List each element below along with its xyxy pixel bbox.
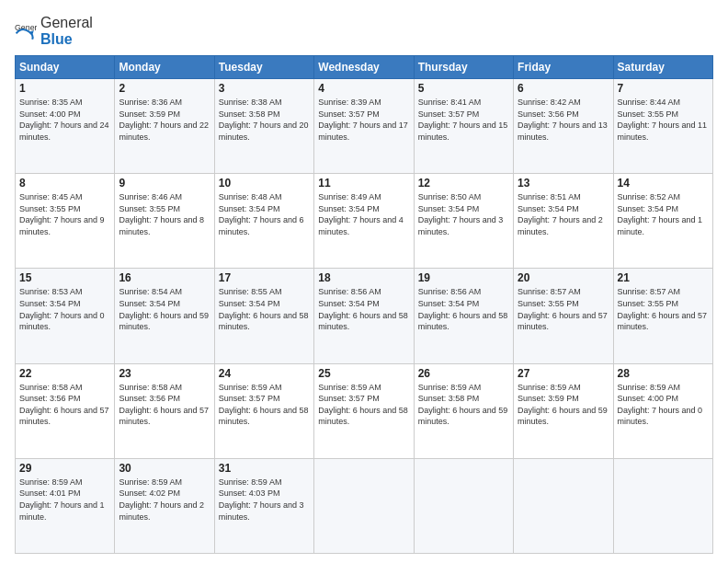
calendar-cell: 22Sunrise: 8:58 AMSunset: 3:56 PMDayligh… bbox=[16, 363, 115, 458]
calendar-cell bbox=[613, 458, 712, 553]
day-number: 1 bbox=[19, 82, 110, 95]
day-number: 25 bbox=[318, 367, 409, 380]
day-info: Sunrise: 8:57 AMSunset: 3:55 PMDaylight:… bbox=[618, 287, 708, 331]
logo-general: General bbox=[40, 15, 93, 30]
day-number: 30 bbox=[119, 462, 210, 475]
logo-icon: General bbox=[15, 20, 37, 42]
day-number: 29 bbox=[19, 462, 110, 475]
day-info: Sunrise: 8:58 AMSunset: 3:56 PMDaylight:… bbox=[119, 383, 209, 427]
calendar-cell: 3Sunrise: 8:38 AMSunset: 3:58 PMDaylight… bbox=[214, 79, 313, 174]
day-number: 19 bbox=[418, 271, 509, 284]
calendar-cell: 14Sunrise: 8:52 AMSunset: 3:54 PMDayligh… bbox=[613, 174, 712, 269]
column-header-friday: Friday bbox=[514, 56, 613, 79]
day-number: 4 bbox=[318, 82, 409, 95]
calendar-page: General General Blue SundayMondayTuesday… bbox=[0, 0, 728, 563]
calendar-cell: 30Sunrise: 8:59 AMSunset: 4:02 PMDayligh… bbox=[115, 458, 214, 553]
day-number: 13 bbox=[518, 177, 609, 190]
day-number: 2 bbox=[119, 82, 210, 95]
calendar-cell: 20Sunrise: 8:57 AMSunset: 3:55 PMDayligh… bbox=[514, 269, 613, 363]
column-header-thursday: Thursday bbox=[414, 56, 513, 79]
calendar-cell: 27Sunrise: 8:59 AMSunset: 3:59 PMDayligh… bbox=[514, 363, 613, 458]
day-number: 6 bbox=[518, 82, 609, 95]
day-info: Sunrise: 8:46 AMSunset: 3:55 PMDaylight:… bbox=[119, 192, 204, 236]
calendar-cell: 31Sunrise: 8:59 AMSunset: 4:03 PMDayligh… bbox=[214, 458, 313, 553]
day-info: Sunrise: 8:50 AMSunset: 3:54 PMDaylight:… bbox=[418, 192, 504, 236]
calendar-table: SundayMondayTuesdayWednesdayThursdayFrid… bbox=[15, 55, 713, 554]
day-number: 16 bbox=[119, 271, 210, 284]
day-number: 8 bbox=[19, 177, 110, 190]
day-info: Sunrise: 8:52 AMSunset: 3:54 PMDaylight:… bbox=[618, 192, 703, 236]
day-info: Sunrise: 8:54 AMSunset: 3:54 PMDaylight:… bbox=[119, 287, 209, 331]
calendar-week-row: 15Sunrise: 8:53 AMSunset: 3:54 PMDayligh… bbox=[16, 269, 713, 363]
day-number: 27 bbox=[518, 367, 609, 380]
day-info: Sunrise: 8:59 AMSunset: 3:57 PMDaylight:… bbox=[219, 383, 309, 427]
calendar-week-row: 22Sunrise: 8:58 AMSunset: 3:56 PMDayligh… bbox=[16, 363, 713, 458]
day-info: Sunrise: 8:39 AMSunset: 3:57 PMDaylight:… bbox=[318, 98, 408, 142]
calendar-cell: 21Sunrise: 8:57 AMSunset: 3:55 PMDayligh… bbox=[613, 269, 712, 363]
calendar-header-row: SundayMondayTuesdayWednesdayThursdayFrid… bbox=[16, 56, 713, 79]
day-info: Sunrise: 8:42 AMSunset: 3:56 PMDaylight:… bbox=[518, 98, 608, 142]
calendar-cell: 19Sunrise: 8:56 AMSunset: 3:54 PMDayligh… bbox=[414, 269, 513, 363]
day-info: Sunrise: 8:59 AMSunset: 3:58 PMDaylight:… bbox=[418, 383, 508, 427]
column-header-wednesday: Wednesday bbox=[314, 56, 414, 79]
day-info: Sunrise: 8:53 AMSunset: 3:54 PMDaylight:… bbox=[19, 287, 105, 331]
day-number: 11 bbox=[318, 177, 409, 190]
calendar-cell: 26Sunrise: 8:59 AMSunset: 3:58 PMDayligh… bbox=[414, 363, 513, 458]
day-info: Sunrise: 8:44 AMSunset: 3:55 PMDaylight:… bbox=[618, 98, 708, 142]
logo-wordmark: General Blue bbox=[40, 15, 93, 48]
calendar-cell: 9Sunrise: 8:46 AMSunset: 3:55 PMDaylight… bbox=[115, 174, 214, 269]
calendar-cell: 28Sunrise: 8:59 AMSunset: 4:00 PMDayligh… bbox=[613, 363, 712, 458]
calendar-cell: 1Sunrise: 8:35 AMSunset: 4:00 PMDaylight… bbox=[16, 79, 115, 174]
day-info: Sunrise: 8:58 AMSunset: 3:56 PMDaylight:… bbox=[19, 383, 109, 427]
calendar-cell: 15Sunrise: 8:53 AMSunset: 3:54 PMDayligh… bbox=[16, 269, 115, 363]
day-info: Sunrise: 8:56 AMSunset: 3:54 PMDaylight:… bbox=[318, 287, 408, 331]
calendar-cell: 12Sunrise: 8:50 AMSunset: 3:54 PMDayligh… bbox=[414, 174, 513, 269]
calendar-cell bbox=[314, 458, 414, 553]
calendar-cell: 13Sunrise: 8:51 AMSunset: 3:54 PMDayligh… bbox=[514, 174, 613, 269]
column-header-saturday: Saturday bbox=[613, 56, 712, 79]
calendar-cell: 7Sunrise: 8:44 AMSunset: 3:55 PMDaylight… bbox=[613, 79, 712, 174]
day-info: Sunrise: 8:38 AMSunset: 3:58 PMDaylight:… bbox=[219, 98, 309, 142]
calendar-cell: 25Sunrise: 8:59 AMSunset: 3:57 PMDayligh… bbox=[314, 363, 414, 458]
day-number: 28 bbox=[618, 367, 709, 380]
day-number: 17 bbox=[219, 271, 310, 284]
day-number: 24 bbox=[219, 367, 310, 380]
day-info: Sunrise: 8:51 AMSunset: 3:54 PMDaylight:… bbox=[518, 192, 603, 236]
column-header-sunday: Sunday bbox=[16, 56, 115, 79]
day-info: Sunrise: 8:56 AMSunset: 3:54 PMDaylight:… bbox=[418, 287, 508, 331]
calendar-cell: 6Sunrise: 8:42 AMSunset: 3:56 PMDaylight… bbox=[514, 79, 613, 174]
day-info: Sunrise: 8:59 AMSunset: 4:01 PMDaylight:… bbox=[19, 477, 105, 522]
calendar-cell: 4Sunrise: 8:39 AMSunset: 3:57 PMDaylight… bbox=[314, 79, 414, 174]
calendar-cell bbox=[514, 458, 613, 553]
day-number: 7 bbox=[618, 82, 709, 95]
day-number: 22 bbox=[19, 367, 110, 380]
calendar-cell: 11Sunrise: 8:49 AMSunset: 3:54 PMDayligh… bbox=[314, 174, 414, 269]
day-number: 31 bbox=[219, 462, 310, 475]
day-info: Sunrise: 8:55 AMSunset: 3:54 PMDaylight:… bbox=[219, 287, 309, 331]
day-info: Sunrise: 8:57 AMSunset: 3:55 PMDaylight:… bbox=[518, 287, 608, 331]
day-info: Sunrise: 8:45 AMSunset: 3:55 PMDaylight:… bbox=[19, 192, 105, 236]
calendar-week-row: 8Sunrise: 8:45 AMSunset: 3:55 PMDaylight… bbox=[16, 174, 713, 269]
day-info: Sunrise: 8:36 AMSunset: 3:59 PMDaylight:… bbox=[119, 98, 209, 142]
day-number: 26 bbox=[418, 367, 509, 380]
calendar-cell: 24Sunrise: 8:59 AMSunset: 3:57 PMDayligh… bbox=[214, 363, 313, 458]
day-number: 20 bbox=[518, 271, 609, 284]
day-info: Sunrise: 8:59 AMSunset: 3:59 PMDaylight:… bbox=[518, 383, 608, 427]
calendar-cell: 8Sunrise: 8:45 AMSunset: 3:55 PMDaylight… bbox=[16, 174, 115, 269]
column-header-monday: Monday bbox=[115, 56, 214, 79]
calendar-cell: 16Sunrise: 8:54 AMSunset: 3:54 PMDayligh… bbox=[115, 269, 214, 363]
calendar-cell: 17Sunrise: 8:55 AMSunset: 3:54 PMDayligh… bbox=[214, 269, 313, 363]
day-number: 10 bbox=[219, 177, 310, 190]
day-info: Sunrise: 8:35 AMSunset: 4:00 PMDaylight:… bbox=[19, 98, 109, 142]
day-info: Sunrise: 8:41 AMSunset: 3:57 PMDaylight:… bbox=[418, 98, 508, 142]
day-info: Sunrise: 8:59 AMSunset: 4:00 PMDaylight:… bbox=[618, 383, 703, 427]
day-info: Sunrise: 8:48 AMSunset: 3:54 PMDaylight:… bbox=[219, 192, 304, 236]
day-info: Sunrise: 8:59 AMSunset: 4:03 PMDaylight:… bbox=[219, 477, 304, 522]
calendar-cell: 29Sunrise: 8:59 AMSunset: 4:01 PMDayligh… bbox=[16, 458, 115, 553]
calendar-week-row: 1Sunrise: 8:35 AMSunset: 4:00 PMDaylight… bbox=[16, 79, 713, 174]
day-number: 12 bbox=[418, 177, 509, 190]
calendar-cell: 18Sunrise: 8:56 AMSunset: 3:54 PMDayligh… bbox=[314, 269, 414, 363]
calendar-cell: 2Sunrise: 8:36 AMSunset: 3:59 PMDaylight… bbox=[115, 79, 214, 174]
logo: General General Blue bbox=[15, 15, 93, 48]
day-info: Sunrise: 8:49 AMSunset: 3:54 PMDaylight:… bbox=[318, 192, 404, 236]
